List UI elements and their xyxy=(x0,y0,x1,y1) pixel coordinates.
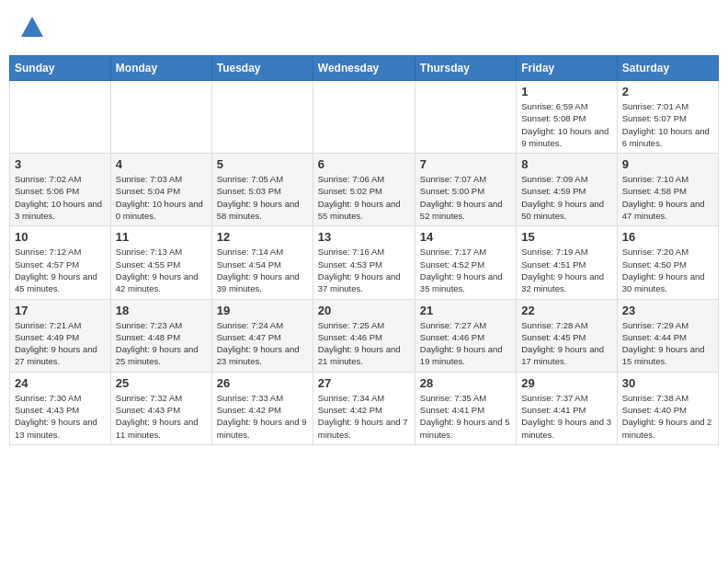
calendar-cell: 23Sunrise: 7:29 AM Sunset: 4:44 PM Dayli… xyxy=(617,299,718,372)
calendar-cell: 30Sunrise: 7:38 AM Sunset: 4:40 PM Dayli… xyxy=(617,372,718,444)
day-number: 14 xyxy=(420,230,511,244)
calendar-cell: 20Sunrise: 7:25 AM Sunset: 4:46 PM Dayli… xyxy=(313,299,415,372)
day-info: Sunrise: 7:21 AM Sunset: 4:49 PM Dayligh… xyxy=(15,319,106,368)
day-number: 28 xyxy=(420,376,511,390)
day-info: Sunrise: 7:25 AM Sunset: 4:46 PM Dayligh… xyxy=(318,319,410,368)
calendar-cell: 15Sunrise: 7:19 AM Sunset: 4:51 PM Dayli… xyxy=(517,226,617,299)
calendar-cell: 25Sunrise: 7:32 AM Sunset: 4:43 PM Dayli… xyxy=(110,372,211,444)
day-info: Sunrise: 7:34 AM Sunset: 4:42 PM Dayligh… xyxy=(318,392,410,441)
day-info: Sunrise: 7:13 AM Sunset: 4:55 PM Dayligh… xyxy=(116,246,207,294)
day-of-week-header: Tuesday xyxy=(211,56,313,81)
day-of-week-header: Sunday xyxy=(10,56,111,81)
calendar-cell xyxy=(211,81,313,154)
calendar-cell: 22Sunrise: 7:28 AM Sunset: 4:45 PM Dayli… xyxy=(517,299,617,372)
day-number: 6 xyxy=(318,157,410,171)
calendar-cell: 2Sunrise: 7:01 AM Sunset: 5:07 PM Daylig… xyxy=(617,81,718,154)
calendar-cell: 1Sunrise: 6:59 AM Sunset: 5:08 PM Daylig… xyxy=(517,81,617,154)
calendar-header-row: SundayMondayTuesdayWednesdayThursdayFrid… xyxy=(10,56,719,81)
calendar-cell: 9Sunrise: 7:10 AM Sunset: 4:58 PM Daylig… xyxy=(617,154,718,226)
day-number: 10 xyxy=(15,230,106,244)
day-number: 24 xyxy=(15,376,106,390)
day-of-week-header: Wednesday xyxy=(313,56,415,81)
day-number: 5 xyxy=(217,157,308,171)
day-info: Sunrise: 7:37 AM Sunset: 4:41 PM Dayligh… xyxy=(521,392,611,441)
calendar-cell: 3Sunrise: 7:02 AM Sunset: 5:06 PM Daylig… xyxy=(10,154,111,226)
day-info: Sunrise: 7:32 AM Sunset: 4:43 PM Dayligh… xyxy=(116,392,207,441)
calendar-cell: 5Sunrise: 7:05 AM Sunset: 5:03 PM Daylig… xyxy=(211,154,313,226)
day-info: Sunrise: 7:12 AM Sunset: 4:57 PM Dayligh… xyxy=(15,246,106,294)
calendar-week-row: 24Sunrise: 7:30 AM Sunset: 4:43 PM Dayli… xyxy=(10,372,719,444)
calendar-cell: 18Sunrise: 7:23 AM Sunset: 4:48 PM Dayli… xyxy=(110,299,211,372)
day-info: Sunrise: 7:06 AM Sunset: 5:02 PM Dayligh… xyxy=(318,173,410,222)
day-number: 25 xyxy=(116,376,207,390)
calendar-cell xyxy=(10,81,111,154)
day-of-week-header: Friday xyxy=(517,56,617,81)
day-number: 2 xyxy=(622,85,713,98)
day-info: Sunrise: 7:35 AM Sunset: 4:41 PM Dayligh… xyxy=(420,392,511,441)
day-number: 8 xyxy=(521,157,611,171)
calendar-cell: 27Sunrise: 7:34 AM Sunset: 4:42 PM Dayli… xyxy=(313,372,415,444)
calendar-cell: 19Sunrise: 7:24 AM Sunset: 4:47 PM Dayli… xyxy=(211,299,313,372)
day-info: Sunrise: 7:27 AM Sunset: 4:46 PM Dayligh… xyxy=(420,319,511,368)
day-number: 3 xyxy=(15,157,106,171)
day-number: 30 xyxy=(622,376,713,390)
logo-icon xyxy=(18,14,46,41)
calendar-week-row: 1Sunrise: 6:59 AM Sunset: 5:08 PM Daylig… xyxy=(10,81,719,154)
calendar-cell: 17Sunrise: 7:21 AM Sunset: 4:49 PM Dayli… xyxy=(10,299,111,372)
day-number: 20 xyxy=(318,304,410,317)
day-number: 4 xyxy=(116,157,207,171)
day-info: Sunrise: 7:24 AM Sunset: 4:47 PM Dayligh… xyxy=(217,319,308,368)
day-number: 16 xyxy=(622,230,713,244)
day-info: Sunrise: 7:17 AM Sunset: 4:52 PM Dayligh… xyxy=(420,246,511,294)
calendar-week-row: 10Sunrise: 7:12 AM Sunset: 4:57 PM Dayli… xyxy=(10,226,719,299)
day-of-week-header: Thursday xyxy=(415,56,516,81)
calendar-cell xyxy=(415,81,516,154)
day-info: Sunrise: 7:03 AM Sunset: 5:04 PM Dayligh… xyxy=(116,173,207,222)
calendar-week-row: 17Sunrise: 7:21 AM Sunset: 4:49 PM Dayli… xyxy=(10,299,719,372)
calendar-cell: 16Sunrise: 7:20 AM Sunset: 4:50 PM Dayli… xyxy=(617,226,718,299)
calendar-cell: 14Sunrise: 7:17 AM Sunset: 4:52 PM Dayli… xyxy=(415,226,516,299)
calendar-cell xyxy=(313,81,415,154)
calendar-week-row: 3Sunrise: 7:02 AM Sunset: 5:06 PM Daylig… xyxy=(10,154,719,226)
calendar-cell: 13Sunrise: 7:16 AM Sunset: 4:53 PM Dayli… xyxy=(313,226,415,299)
calendar-cell: 29Sunrise: 7:37 AM Sunset: 4:41 PM Dayli… xyxy=(517,372,617,444)
calendar-cell: 21Sunrise: 7:27 AM Sunset: 4:46 PM Dayli… xyxy=(415,299,516,372)
day-info: Sunrise: 7:16 AM Sunset: 4:53 PM Dayligh… xyxy=(318,246,410,294)
day-number: 23 xyxy=(622,304,713,317)
calendar-cell xyxy=(110,81,211,154)
calendar-cell: 8Sunrise: 7:09 AM Sunset: 4:59 PM Daylig… xyxy=(517,154,617,226)
day-info: Sunrise: 7:28 AM Sunset: 4:45 PM Dayligh… xyxy=(521,319,611,368)
day-info: Sunrise: 7:30 AM Sunset: 4:43 PM Dayligh… xyxy=(15,392,106,441)
day-info: Sunrise: 6:59 AM Sunset: 5:08 PM Dayligh… xyxy=(521,100,611,149)
calendar-table: SundayMondayTuesdayWednesdayThursdayFrid… xyxy=(9,55,719,445)
day-number: 12 xyxy=(217,230,308,244)
calendar-cell: 12Sunrise: 7:14 AM Sunset: 4:54 PM Dayli… xyxy=(211,226,313,299)
day-info: Sunrise: 7:23 AM Sunset: 4:48 PM Dayligh… xyxy=(116,319,207,368)
day-number: 15 xyxy=(521,230,611,244)
day-info: Sunrise: 7:33 AM Sunset: 4:42 PM Dayligh… xyxy=(217,392,308,441)
day-number: 22 xyxy=(521,304,611,317)
calendar-cell: 6Sunrise: 7:06 AM Sunset: 5:02 PM Daylig… xyxy=(313,154,415,226)
day-number: 18 xyxy=(116,304,207,317)
day-info: Sunrise: 7:01 AM Sunset: 5:07 PM Dayligh… xyxy=(622,100,713,149)
logo xyxy=(18,14,50,41)
day-number: 1 xyxy=(521,85,611,98)
calendar-cell: 4Sunrise: 7:03 AM Sunset: 5:04 PM Daylig… xyxy=(110,154,211,226)
calendar-cell: 10Sunrise: 7:12 AM Sunset: 4:57 PM Dayli… xyxy=(10,226,111,299)
day-number: 21 xyxy=(420,304,511,317)
day-of-week-header: Saturday xyxy=(617,56,718,81)
day-info: Sunrise: 7:14 AM Sunset: 4:54 PM Dayligh… xyxy=(217,246,308,294)
day-of-week-header: Monday xyxy=(110,56,211,81)
calendar-cell: 7Sunrise: 7:07 AM Sunset: 5:00 PM Daylig… xyxy=(415,154,516,226)
day-info: Sunrise: 7:02 AM Sunset: 5:06 PM Dayligh… xyxy=(15,173,106,222)
day-number: 17 xyxy=(15,304,106,317)
calendar-cell: 24Sunrise: 7:30 AM Sunset: 4:43 PM Dayli… xyxy=(10,372,111,444)
day-info: Sunrise: 7:09 AM Sunset: 4:59 PM Dayligh… xyxy=(521,173,611,222)
day-number: 7 xyxy=(420,157,511,171)
day-number: 29 xyxy=(521,376,611,390)
day-number: 9 xyxy=(622,157,713,171)
calendar-cell: 11Sunrise: 7:13 AM Sunset: 4:55 PM Dayli… xyxy=(110,226,211,299)
day-number: 27 xyxy=(318,376,410,390)
day-info: Sunrise: 7:29 AM Sunset: 4:44 PM Dayligh… xyxy=(622,319,713,368)
day-info: Sunrise: 7:19 AM Sunset: 4:51 PM Dayligh… xyxy=(521,246,611,294)
